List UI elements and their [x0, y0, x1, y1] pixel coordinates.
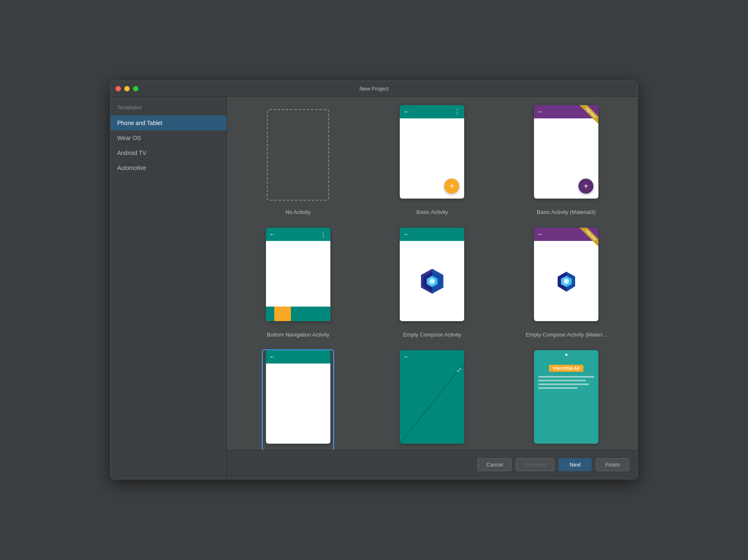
overflow-menu-icon: ⋮ [454, 108, 461, 116]
sidebar-item-android-tv[interactable]: Android TV [111, 145, 226, 160]
titlebar: New Project [111, 81, 637, 97]
interstitial-ad-badge: Interstitial Ad [549, 365, 584, 372]
svg-point-18 [565, 280, 568, 283]
svg-point-12 [431, 280, 434, 283]
phone-header-empty-compose: ← [400, 228, 464, 241]
template-preview-fullscreen: ← ⤢ [397, 350, 468, 450]
template-label-empty-compose-m3: Empty Compose Activity (Materi... [526, 332, 607, 338]
template-label-basic-m3: Basic Activity (Material3) [537, 209, 596, 215]
template-label-empty-compose: Empty Compose Activity [403, 332, 461, 338]
template-fullscreen[interactable]: ← ⤢ Fullscreen Activity [374, 350, 491, 450]
template-basic-activity[interactable]: ← ⋮ + Basic Activity [374, 105, 491, 215]
template-interstitial-ad[interactable]: Interstitial Ad Interstitial Ad [507, 350, 625, 450]
template-preview-basic-activity: ← ⋮ + [397, 105, 468, 205]
bottom-nav-indicator [274, 307, 291, 321]
phone-bottom-nav: ← ⋮ [266, 228, 330, 321]
next-button[interactable]: Next [559, 458, 592, 471]
interstitial-line-4 [538, 387, 578, 389]
template-label-basic-activity: Basic Activity [416, 209, 448, 215]
compose-logo-icon [418, 267, 447, 296]
template-preview-empty-views: ← [263, 350, 333, 450]
sidebar-item-automotive[interactable]: Automotive [111, 160, 226, 175]
phone-fullscreen: ← ⤢ [400, 350, 464, 444]
template-empty-compose[interactable]: ← [374, 228, 491, 338]
preview-label-m3: PREVIEW [579, 105, 598, 125]
sidebar: Templates Phone and Tablet Wear OS Andro… [111, 97, 227, 479]
sidebar-title: Templates [111, 101, 226, 115]
back-arrow-fullscreen-icon: ← [403, 353, 410, 361]
maximize-button[interactable] [133, 86, 138, 91]
template-empty-views[interactable]: ← Empty Views Activity [239, 350, 357, 450]
no-activity-dashed-box [267, 109, 329, 201]
content-area: Templates Phone and Tablet Wear OS Andro… [111, 97, 637, 479]
interstitial-line-2 [538, 380, 586, 381]
phone-header-fullscreen: ← [400, 350, 464, 364]
main-content: No Activity ← ⋮ + [227, 97, 637, 479]
template-preview-no-activity [263, 105, 333, 205]
previous-button[interactable]: Previous [516, 458, 554, 471]
template-preview-empty-compose: ← [397, 228, 468, 327]
template-preview-basic-m3: ← ⋮ + PREVIEW [531, 105, 602, 205]
preview-badge-compose-m3: PREVIEW [573, 228, 598, 253]
back-arrow-compose-icon: ← [403, 231, 410, 238]
template-empty-compose-m3[interactable]: ← [507, 228, 625, 338]
overflow-bottom-nav-icon: ⋮ [320, 231, 327, 238]
fab-yellow-icon: + [444, 179, 459, 194]
phone-header-bottom-nav: ← ⋮ [266, 228, 330, 241]
sidebar-item-wear-os[interactable]: Wear OS [111, 130, 226, 145]
phone-body-empty-compose-m3 [534, 241, 598, 321]
traffic-lights [116, 86, 138, 91]
phone-header-basic: ← ⋮ [400, 105, 464, 118]
template-basic-activity-m3[interactable]: ← ⋮ + PREVIEW Basic Activity [507, 105, 625, 215]
window-title: New Project [359, 86, 389, 92]
phone-empty-views: ← [266, 350, 330, 444]
new-project-window: New Project Templates Phone and Tablet W… [110, 81, 638, 479]
phone-body-basic-m3: + [534, 118, 598, 199]
interstitial-line-3 [538, 383, 589, 385]
diagonal-line-svg [400, 364, 464, 444]
interstitial-dot [565, 354, 568, 356]
phone-empty-compose-m3: ← [534, 228, 598, 321]
interstitial-lines [538, 376, 594, 389]
phone-header-empty-views: ← [266, 350, 330, 364]
phone-body-interstitial: Interstitial Ad [534, 350, 598, 444]
finish-button[interactable]: Finish [596, 458, 629, 471]
template-label-bottom-nav: Bottom Navigation Activity [267, 332, 329, 338]
interstitial-line-1 [538, 376, 594, 378]
fab-purple-icon: + [578, 179, 593, 194]
phone-body-fullscreen: ⤢ [400, 364, 464, 444]
phone-basic-activity: ← ⋮ + [400, 105, 464, 199]
compose-m3-logo-icon [552, 267, 581, 296]
back-arrow-m3-icon: ← [537, 108, 544, 115]
phone-body-empty-compose [400, 241, 464, 321]
back-arrow-icon: ← [403, 108, 410, 115]
template-bottom-nav[interactable]: ← ⋮ Bottom Navigation Activity [239, 228, 357, 338]
template-preview-interstitial-ad: Interstitial Ad [531, 350, 602, 450]
phone-basic-m3: ← ⋮ + PREVIEW [534, 105, 598, 199]
back-arrow-compose-m3-icon: ← [537, 231, 544, 238]
cancel-button[interactable]: Cancel [477, 458, 512, 471]
template-label-no-activity: No Activity [285, 209, 311, 215]
footer: Cancel Previous Next Finish [227, 450, 637, 479]
template-no-activity[interactable]: No Activity [239, 105, 357, 215]
phone-body-bottom-nav [266, 241, 330, 321]
phone-body-empty-views [266, 364, 330, 444]
template-preview-empty-compose-m3: ← [531, 228, 602, 327]
templates-grid: No Activity ← ⋮ + [227, 97, 637, 450]
close-button[interactable] [116, 86, 121, 91]
sidebar-item-phone-tablet[interactable]: Phone and Tablet [111, 115, 226, 130]
minimize-button[interactable] [124, 86, 130, 91]
preview-badge-m3: PREVIEW [573, 105, 598, 130]
phone-interstitial-ad: Interstitial Ad [534, 350, 598, 444]
back-arrow-bottom-nav-icon: ← [269, 231, 276, 238]
phone-body-basic: + [400, 118, 464, 199]
bottom-nav-bar [266, 307, 330, 321]
svg-line-19 [400, 364, 464, 444]
template-preview-bottom-nav: ← ⋮ [263, 228, 333, 327]
phone-empty-compose: ← [400, 228, 464, 321]
preview-label-compose-m3: PREVIEW [579, 228, 598, 247]
back-arrow-empty-views-icon: ← [269, 353, 276, 361]
